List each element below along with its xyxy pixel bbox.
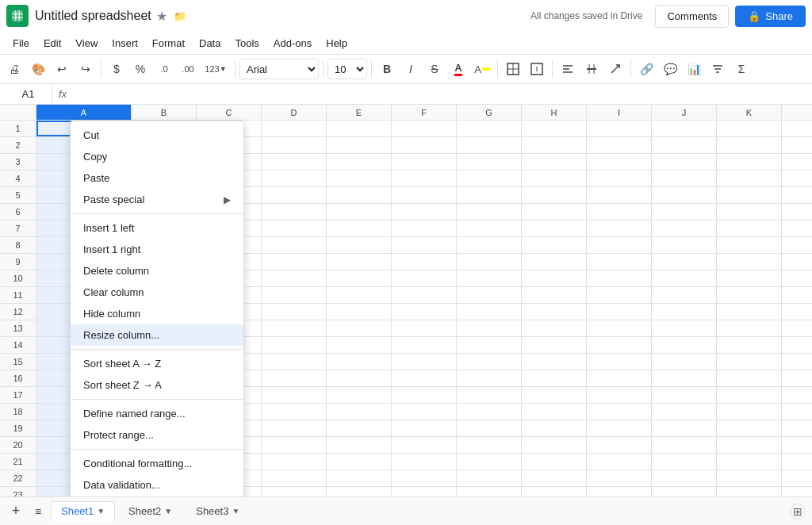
cell-D10[interactable]: [262, 270, 327, 286]
cell-I7[interactable]: [587, 220, 652, 236]
cell-I22[interactable]: [587, 470, 652, 486]
format-button[interactable]: 123 ▼: [201, 58, 231, 80]
row-header-16[interactable]: 16: [0, 370, 36, 386]
cell-G5[interactable]: [457, 187, 522, 203]
ctx-item-8[interactable]: Hide column: [71, 303, 243, 324]
cell-I13[interactable]: [587, 320, 652, 336]
menu-item-file[interactable]: File: [6, 36, 36, 51]
cell-H17[interactable]: [522, 387, 587, 403]
cell-J15[interactable]: [652, 354, 717, 370]
cell-L13[interactable]: [782, 320, 812, 336]
cell-K12[interactable]: [717, 304, 782, 320]
cell-J9[interactable]: [652, 254, 717, 270]
cell-E19[interactable]: [327, 420, 392, 436]
cell-H9[interactable]: [522, 254, 587, 270]
cell-J3[interactable]: [652, 154, 717, 170]
cell-K4[interactable]: [717, 171, 782, 186]
cell-D19[interactable]: [262, 420, 327, 436]
cell-K18[interactable]: [717, 404, 782, 420]
italic-button[interactable]: I: [400, 58, 422, 80]
cell-I1[interactable]: [587, 121, 652, 136]
cell-I21[interactable]: [587, 454, 652, 469]
ctx-item-13[interactable]: Protect range...: [71, 424, 243, 446]
cell-F7[interactable]: [392, 220, 457, 236]
cell-D16[interactable]: [262, 370, 327, 386]
row-header-15[interactable]: 15: [0, 354, 36, 370]
cell-K23[interactable]: [717, 487, 782, 496]
cell-J21[interactable]: [652, 454, 717, 469]
cell-F21[interactable]: [392, 454, 457, 469]
dec1-button[interactable]: .00: [177, 58, 199, 80]
cell-F2[interactable]: [392, 137, 457, 153]
cell-I8[interactable]: [587, 237, 652, 253]
add-sheet-button[interactable]: +: [6, 502, 25, 521]
cell-G19[interactable]: [457, 420, 522, 436]
cell-I15[interactable]: [587, 354, 652, 370]
cell-J14[interactable]: [652, 337, 717, 353]
row-header-20[interactable]: 20: [0, 437, 36, 453]
sheet-tab-1[interactable]: Sheet1 ▼: [51, 501, 115, 521]
cell-D7[interactable]: [262, 220, 327, 236]
cell-H13[interactable]: [522, 320, 587, 336]
ctx-item-14[interactable]: Conditional formatting...: [71, 453, 243, 474]
menu-item-format[interactable]: Format: [146, 36, 191, 51]
ctx-item-6[interactable]: Delete column: [71, 260, 243, 282]
cell-F3[interactable]: [392, 154, 457, 170]
cell-G4[interactable]: [457, 171, 522, 186]
col-header-h[interactable]: H: [522, 105, 587, 120]
cell-K6[interactable]: [717, 204, 782, 220]
cell-F16[interactable]: [392, 370, 457, 386]
row-header-23[interactable]: 23: [0, 487, 36, 496]
cell-G21[interactable]: [457, 454, 522, 469]
cell-K16[interactable]: [717, 370, 782, 386]
cell-H5[interactable]: [522, 187, 587, 203]
cell-J12[interactable]: [652, 304, 717, 320]
cell-H21[interactable]: [522, 454, 587, 469]
cell-E16[interactable]: [327, 370, 392, 386]
ctx-item-2[interactable]: Paste: [71, 167, 243, 189]
cell-K11[interactable]: [717, 287, 782, 303]
star-icon[interactable]: ★: [156, 9, 167, 24]
cell-G12[interactable]: [457, 304, 522, 320]
cell-H6[interactable]: [522, 204, 587, 220]
cell-D2[interactable]: [262, 137, 327, 153]
cell-E10[interactable]: [327, 270, 392, 286]
cell-J20[interactable]: [652, 437, 717, 453]
cell-H8[interactable]: [522, 237, 587, 253]
cell-E13[interactable]: [327, 320, 392, 336]
row-header-3[interactable]: 3: [0, 154, 36, 170]
cell-K2[interactable]: [717, 137, 782, 153]
cell-E15[interactable]: [327, 354, 392, 370]
row-header-14[interactable]: 14: [0, 337, 36, 353]
cell-E11[interactable]: [327, 287, 392, 303]
cell-I4[interactable]: [587, 171, 652, 186]
cell-I14[interactable]: [587, 337, 652, 353]
cell-F6[interactable]: [392, 204, 457, 220]
cell-L11[interactable]: [782, 287, 812, 303]
cell-G13[interactable]: [457, 320, 522, 336]
cell-F9[interactable]: [392, 254, 457, 270]
cell-F8[interactable]: [392, 237, 457, 253]
row-header-18[interactable]: 18: [0, 404, 36, 420]
row-header-2[interactable]: 2: [0, 137, 36, 153]
cell-K13[interactable]: [717, 320, 782, 336]
cell-D17[interactable]: [262, 387, 327, 403]
col-header-c[interactable]: C: [197, 105, 262, 120]
row-header-6[interactable]: 6: [0, 204, 36, 220]
cell-J13[interactable]: [652, 320, 717, 336]
ctx-item-15[interactable]: Data validation...: [71, 474, 243, 496]
comment-button[interactable]: 💬: [659, 58, 681, 80]
cell-L5[interactable]: [782, 187, 812, 203]
cell-L17[interactable]: [782, 387, 812, 403]
cell-I16[interactable]: [587, 370, 652, 386]
percent-button[interactable]: %: [129, 58, 151, 80]
cell-K20[interactable]: [717, 437, 782, 453]
cell-H20[interactable]: [522, 437, 587, 453]
cell-L21[interactable]: [782, 454, 812, 469]
cell-G2[interactable]: [457, 137, 522, 153]
cell-H11[interactable]: [522, 287, 587, 303]
row-header-22[interactable]: 22: [0, 470, 36, 486]
cell-L9[interactable]: [782, 254, 812, 270]
sheet-list-button[interactable]: ≡: [29, 502, 48, 521]
folder-icon[interactable]: 📁: [174, 10, 186, 22]
